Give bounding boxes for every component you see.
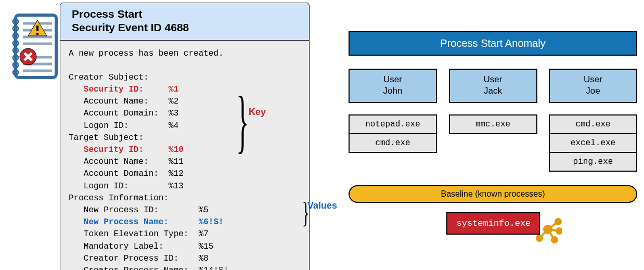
event-body: A new process has been created. Creator … [60, 41, 310, 271]
anomaly-panel: Process Start Anomaly User John notepad.… [349, 31, 637, 235]
values-label: Values [307, 200, 337, 211]
svg-point-30 [537, 236, 542, 241]
svg-point-28 [552, 237, 557, 242]
user-box: User John [349, 69, 437, 103]
event-title-line1: Process Start [72, 8, 142, 20]
users-row: User John notepad.exe cmd.exe User Jack … [349, 69, 637, 172]
process-list: cmd.exe excel.exe ping.exe [549, 114, 637, 172]
user-box: User Joe [549, 69, 637, 103]
process-item: mmc.exe [449, 114, 537, 134]
procinfo-heading: Process Information: [69, 194, 169, 203]
svg-rect-17 [36, 25, 38, 31]
process-item: notepad.exe [349, 114, 437, 134]
event-intro: A new process has been created. [69, 49, 224, 58]
key-brace-icon: } [236, 81, 249, 161]
event-header: Process Start Security Event ID 4688 [60, 3, 310, 41]
event-title-line2: Security Event ID 4688 [72, 21, 189, 33]
key-label: Key [249, 107, 266, 118]
svg-point-24 [556, 219, 561, 224]
baseline-bar: Baseline (known processes) [349, 185, 637, 203]
user-column: User John notepad.exe cmd.exe [349, 69, 437, 172]
user-box: User Jack [449, 69, 537, 103]
user-column: User Jack mmc.exe [449, 69, 537, 172]
event-template-card: Process Start Security Event ID 4688 A n… [60, 3, 310, 270]
flagged-process: systeminfo.exe [446, 212, 540, 235]
process-item: cmd.exe [549, 114, 637, 134]
process-list: mmc.exe [449, 114, 537, 134]
anomaly-title: Process Start Anomaly [349, 31, 637, 56]
svg-point-26 [557, 228, 562, 234]
process-item: excel.exe [549, 133, 637, 153]
error-icon [20, 48, 36, 65]
target-heading: Target Subject: [69, 133, 144, 143]
svg-rect-18 [36, 33, 38, 35]
anomaly-burst-icon [534, 215, 562, 243]
process-item: ping.exe [549, 152, 637, 172]
process-list: notepad.exe cmd.exe [349, 114, 437, 153]
process-item: cmd.exe [349, 133, 437, 153]
event-log-icon [8, 13, 58, 80]
user-column: User Joe cmd.exe excel.exe ping.exe [549, 69, 637, 172]
creator-heading: Creator Subject: [69, 73, 149, 82]
